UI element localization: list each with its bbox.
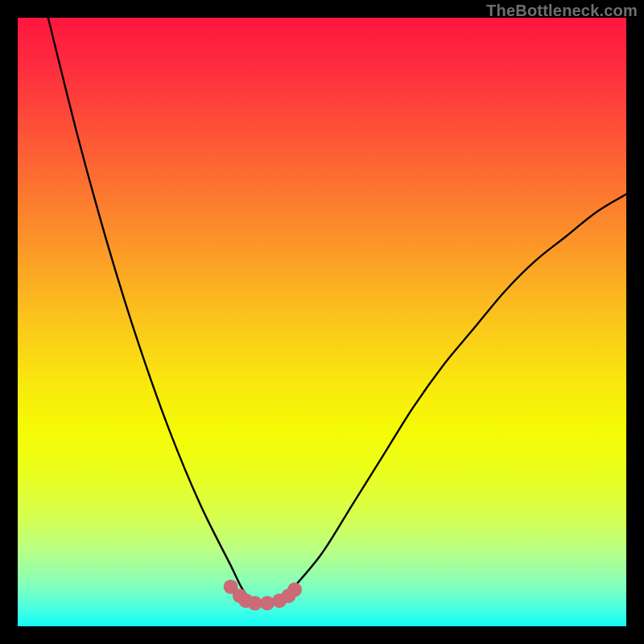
highlight-dot bbox=[260, 596, 275, 610]
chart-frame bbox=[18, 18, 626, 626]
bottleneck-curve bbox=[48, 18, 626, 603]
bottleneck-chart bbox=[18, 18, 626, 626]
highlight-dots bbox=[224, 580, 302, 610]
watermark-text: TheBottleneck.com bbox=[486, 2, 638, 20]
highlight-dot bbox=[287, 583, 302, 597]
